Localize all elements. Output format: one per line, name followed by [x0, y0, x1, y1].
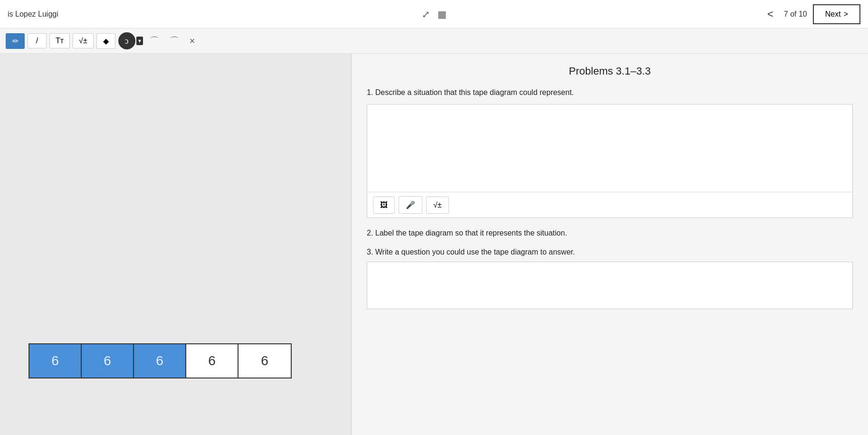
tape-cell-1: 6	[82, 344, 134, 378]
mic-button[interactable]: 🎤	[399, 196, 422, 214]
top-bar-left: is Lopez Luiggi	[8, 10, 58, 19]
answer-input-1[interactable]	[367, 104, 852, 190]
eraser-button[interactable]: ◆	[96, 33, 115, 49]
close-button[interactable]: ×	[186, 34, 199, 48]
top-bar-right: < 7 of 10 Next >	[763, 4, 860, 24]
right-panel: Problems 3.1–3.3 1. Describe a situation…	[352, 54, 868, 435]
answer-toolbar-1: 🖼 🎤 √±	[367, 192, 852, 218]
answer-box-3[interactable]	[367, 262, 853, 309]
tape-diagram: 66666	[29, 343, 292, 378]
next-chevron: >	[844, 10, 848, 19]
answer-box-1[interactable]: 🖼 🎤 √±	[367, 104, 853, 218]
question-3: 3. Write a question you could use the ta…	[367, 246, 853, 258]
color-button[interactable]: ↄ	[118, 32, 135, 49]
expand-icon[interactable]: ⤢	[422, 9, 430, 20]
pencil-button[interactable]: /	[28, 33, 47, 48]
math-button[interactable]: √±	[73, 33, 94, 48]
drawing-toolbar: ✏ / Tт √± ◆ ↄ ▾ ⌒ ⌒ ×	[0, 28, 868, 54]
top-bar-center: ⤢ ▦	[422, 9, 447, 20]
tape-cell-0: 6	[29, 344, 82, 378]
image-button[interactable]: 🖼	[373, 197, 395, 214]
calculator-icon[interactable]: ▦	[438, 9, 447, 20]
tape-cell-4: 6	[238, 344, 291, 378]
top-bar: is Lopez Luiggi ⤢ ▦ < 7 of 10 Next >	[0, 0, 868, 28]
redo-button[interactable]: ⌒	[166, 33, 183, 49]
next-label: Next	[825, 10, 841, 19]
math-toolbar-button[interactable]: √±	[426, 197, 449, 214]
color-dropdown-caret[interactable]: ▾	[136, 37, 143, 45]
pen-button[interactable]: ✏	[6, 33, 25, 49]
prev-button[interactable]: <	[763, 6, 778, 22]
answer-input-3[interactable]	[367, 262, 852, 300]
color-dropdown[interactable]: ↄ ▾	[118, 32, 143, 49]
question-2: 2. Label the tape diagram so that it rep…	[367, 227, 853, 239]
main-content: 66666 Problems 3.1–3.3 1. Describe a sit…	[0, 54, 868, 435]
username: is Lopez Luiggi	[8, 10, 58, 19]
question-1: 1. Describe a situation that this tape d…	[367, 87, 853, 98]
drawing-area[interactable]: 66666	[0, 54, 352, 435]
text-button[interactable]: Tт	[49, 33, 70, 48]
problem-title: Problems 3.1–3.3	[367, 65, 853, 77]
tape-cell-2: 6	[134, 344, 186, 378]
page-counter: 7 of 10	[784, 10, 807, 19]
tape-cell-3: 6	[186, 344, 238, 378]
undo-button[interactable]: ⌒	[146, 33, 163, 49]
next-button[interactable]: Next >	[813, 4, 860, 24]
